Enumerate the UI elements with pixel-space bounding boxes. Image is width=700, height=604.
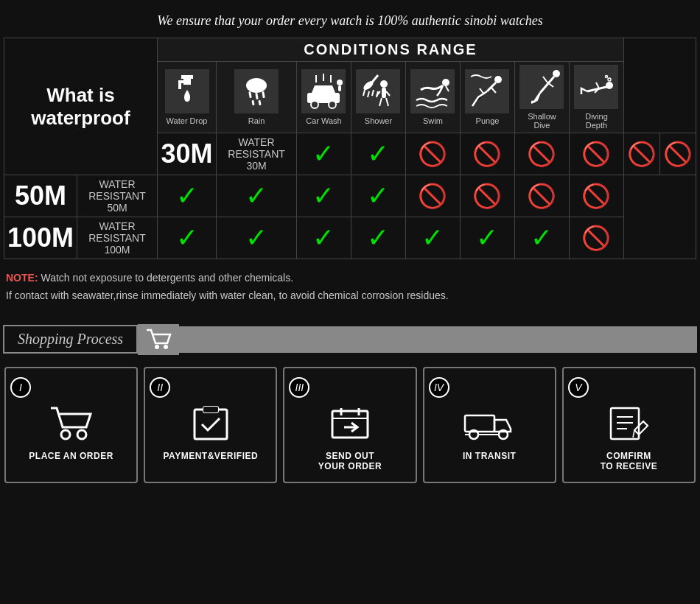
svg-rect-20 (338, 85, 341, 91)
cell-100m-6: ✓ (514, 217, 569, 259)
cell-100m-4: ✓ (405, 217, 460, 259)
svg-point-46 (606, 82, 613, 89)
condition-water-drop: Water Drop (157, 62, 216, 133)
condition-shallow-dive: Shallow Dive (514, 62, 569, 133)
punge-label: Punge (463, 116, 511, 125)
svg-rect-29 (382, 88, 386, 98)
step-2-box: II PAYMENT&VERIFIED (144, 367, 277, 483)
condition-car-wash: Car Wash (296, 62, 351, 133)
note-line2: If contact with seawater,rinse immediate… (6, 289, 449, 301)
sub-100m: WATER RESISTANT 100M (77, 217, 158, 259)
cell-50m-7: 🚫 (569, 175, 623, 217)
cell-30m-0: ✓ (296, 133, 351, 175)
step-5-icon (606, 405, 651, 445)
car-wash-label: Car Wash (300, 116, 348, 125)
cell-30m-1: ✓ (351, 133, 405, 175)
step-5-label: COMFIRM TO RECEIVE (601, 451, 657, 471)
svg-point-53 (61, 430, 70, 439)
step-4-icon (463, 405, 515, 445)
cell-30m-7: 🚫 (660, 133, 696, 175)
cell-100m-0: ✓ (157, 217, 216, 259)
step-3-num: III (289, 377, 309, 398)
shopping-section: Shopping Process I PLACE AN ORDER (0, 324, 700, 483)
cart-icon-box (138, 324, 179, 355)
svg-rect-3 (178, 80, 186, 83)
cell-50m-2: ✓ (296, 175, 351, 217)
water-drop-label: Water Drop (161, 116, 213, 125)
step-5-box: V COMFIRM TO RECEIVE (562, 367, 696, 483)
svg-point-14 (311, 101, 318, 108)
svg-point-28 (380, 80, 388, 88)
step-4-box: IV IN TRANSIT (423, 367, 556, 483)
svg-line-72 (643, 421, 648, 426)
step-1-label: PLACE AN ORDER (29, 451, 113, 461)
condition-rain: Rain (217, 62, 297, 133)
cell-30m-3: 🚫 (460, 133, 514, 175)
cell-50m-3: ✓ (351, 175, 405, 217)
waterproof-label: What is waterproof (4, 38, 158, 175)
step-3-icon (328, 405, 372, 445)
cell-50m-4: 🚫 (405, 175, 460, 217)
step-2-icon (189, 405, 233, 445)
step-2-label: PAYMENT&VERIFIED (163, 451, 258, 461)
svg-point-38 (494, 76, 502, 83)
steps-row: I PLACE AN ORDER II (3, 367, 697, 483)
shower-label: Shower (354, 116, 402, 125)
svg-point-15 (329, 101, 336, 108)
sub-30m: WATER RESISTANT 30M (217, 133, 297, 175)
shopping-header: Shopping Process (3, 324, 697, 355)
cell-50m-1: ✓ (217, 175, 297, 217)
depth-30m: 30M (157, 133, 216, 175)
cell-30m-4: 🚫 (514, 133, 569, 175)
svg-rect-4 (178, 83, 181, 89)
svg-point-6 (246, 78, 267, 93)
cell-100m-1: ✓ (217, 217, 297, 259)
note-text: Watch not exposure to detergents and oth… (38, 272, 294, 284)
waterproof-section: What is waterproof CONDITIONS RANGE Wate… (0, 38, 700, 259)
condition-punge: Punge (460, 62, 514, 133)
svg-point-19 (337, 80, 343, 85)
depth-100m: 100M (4, 217, 77, 259)
rain-label: Rain (220, 116, 293, 125)
shopping-gray-bar (179, 326, 697, 353)
cell-30m-6: 🚫 (624, 133, 660, 175)
note-label: NOTE: (6, 272, 38, 284)
step-1-box: I PLACE AN ORDER (4, 367, 138, 483)
svg-rect-57 (203, 407, 218, 412)
step-1-num: I (10, 377, 31, 398)
svg-rect-58 (332, 411, 368, 438)
cart-icon (145, 329, 172, 351)
shopping-title: Shopping Process (3, 325, 138, 354)
cell-30m-5: 🚫 (569, 133, 623, 175)
cell-50m-5: 🚫 (460, 175, 514, 217)
cell-50m-0: ✓ (157, 175, 216, 217)
swim-label: Swim (409, 116, 457, 125)
shallow-dive-label: Shallow Dive (518, 112, 566, 130)
svg-rect-1 (181, 75, 193, 79)
depth-50m: 50M (4, 175, 77, 217)
cell-30m-2: 🚫 (405, 133, 460, 175)
condition-shower: Shower (351, 62, 405, 133)
diving-depth-label: Diving Depth (573, 112, 620, 130)
svg-point-54 (77, 430, 86, 439)
cell-100m-2: ✓ (296, 217, 351, 259)
condition-swim: Swim (405, 62, 460, 133)
step-2-num: II (150, 377, 170, 398)
step-1-icon (49, 405, 94, 445)
condition-diving-depth: Diving Depth (569, 62, 623, 133)
step-5-num: V (568, 377, 589, 398)
svg-point-42 (553, 70, 560, 77)
svg-point-52 (164, 345, 168, 349)
cell-100m-7: 🚫 (569, 217, 623, 259)
svg-point-51 (155, 345, 159, 349)
svg-rect-63 (465, 415, 494, 432)
note-section: NOTE: Watch not exposure to detergents a… (0, 259, 700, 311)
cell-100m-3: ✓ (351, 217, 405, 259)
svg-rect-55 (195, 410, 227, 439)
step-3-label: SEND OUT YOUR ORDER (318, 451, 382, 471)
step-3-box: III SEND OUT YOUR ORDER (283, 367, 416, 483)
conditions-header: CONDITIONS RANGE (157, 38, 623, 62)
step-4-label: IN TRANSIT (463, 451, 516, 461)
tagline: We ensure that your order every watch is… (0, 0, 700, 38)
sub-50m: WATER RESISTANT 50M (77, 175, 158, 217)
